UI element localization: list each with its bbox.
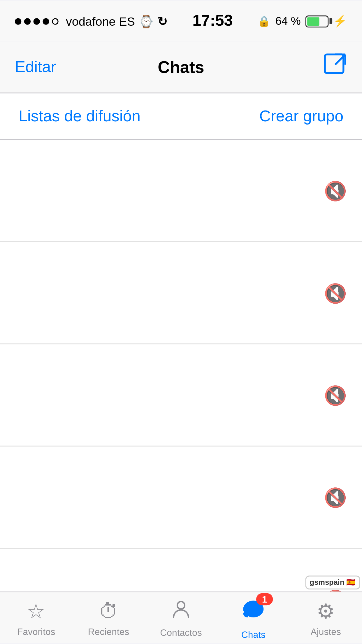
gear-icon: ⚙ (317, 599, 335, 624)
page-title: Chats (158, 41, 204, 93)
carrier-label: vodafone ES (66, 14, 135, 28)
tab-bar: ☆ Favoritos ⏱ Recientes Contactos 1 Chat… (0, 592, 362, 643)
signal-dot-5 (52, 18, 58, 24)
svg-rect-0 (325, 54, 344, 73)
wifi-icon: ⌚ (139, 14, 154, 28)
signal-dot-1 (15, 18, 21, 24)
chats-badge-wrapper: 1 (241, 596, 266, 626)
chat-item-3[interactable]: 🔇 (0, 344, 362, 446)
edit-button[interactable]: Editar (15, 58, 56, 76)
signal-dot-2 (24, 18, 31, 24)
watermark-flag: 🇪🇸 (346, 578, 356, 587)
status-bar: vodafone ES ⌚ ↻ 17:53 🔒 64 % ⚡ (0, 1, 362, 41)
star-icon: ☆ (27, 599, 45, 624)
chat-bubble-icon (241, 602, 266, 625)
chats-badge: 1 (256, 593, 273, 605)
tab-ajustes-label: Ajustes (311, 626, 341, 636)
person-icon (171, 598, 191, 624)
action-row: Listas de difusión Crear grupo (0, 94, 362, 140)
tab-contactos-label: Contactos (160, 627, 202, 637)
tab-recientes-label: Recientes (88, 626, 129, 636)
tab-favoritos-label: Favoritos (17, 626, 55, 636)
status-left: vodafone ES ⌚ ↻ (15, 14, 168, 28)
battery-body (305, 15, 329, 27)
muted-icon-3: 🔇 (324, 384, 347, 406)
tab-recientes[interactable]: ⏱ Recientes (72, 592, 145, 643)
clock-icon: ⏱ (99, 599, 119, 624)
muted-icon-4: 🔇 (324, 486, 347, 508)
broadcast-list-button[interactable]: Listas de difusión (19, 107, 140, 126)
chat-item-1[interactable]: 🔇 (0, 140, 362, 242)
tab-favoritos[interactable]: ☆ Favoritos (0, 592, 72, 643)
chat-item-4[interactable]: 🔇 (0, 447, 362, 549)
svg-point-4 (177, 601, 184, 608)
create-group-button[interactable]: Crear grupo (259, 107, 343, 126)
muted-icon-2: 🔇 (324, 281, 347, 304)
signal-dots (15, 18, 59, 24)
muted-icon-1: 🔇 (324, 179, 347, 202)
battery-percent: 64 % (275, 15, 301, 28)
watermark-text: gsmspain (310, 578, 345, 587)
tab-contactos[interactable]: Contactos (145, 592, 217, 643)
charging-icon: ⚡ (333, 15, 347, 28)
compose-button[interactable] (323, 52, 347, 82)
tab-chats[interactable]: 1 Chats (217, 592, 289, 643)
status-right: 🔒 64 % ⚡ (258, 15, 347, 28)
lock-icon: 🔒 (258, 15, 271, 27)
signal-dot-4 (43, 18, 49, 24)
tab-chats-label: Chats (241, 629, 266, 639)
signal-dot-3 (34, 18, 40, 24)
battery-fill (307, 17, 320, 25)
status-time: 17:53 (192, 12, 233, 30)
chat-list: 🔇 🔇 🔇 🔇 🔇 🔇 🔇 🔇 🔇 🔇 (0, 140, 362, 592)
watermark: gsmspain 🇪🇸 (305, 575, 360, 589)
chat-item-2[interactable]: 🔇 (0, 242, 362, 344)
tab-ajustes[interactable]: ⚙ Ajustes (290, 592, 362, 643)
sync-icon: ↻ (157, 14, 168, 28)
battery-indicator (305, 15, 329, 27)
